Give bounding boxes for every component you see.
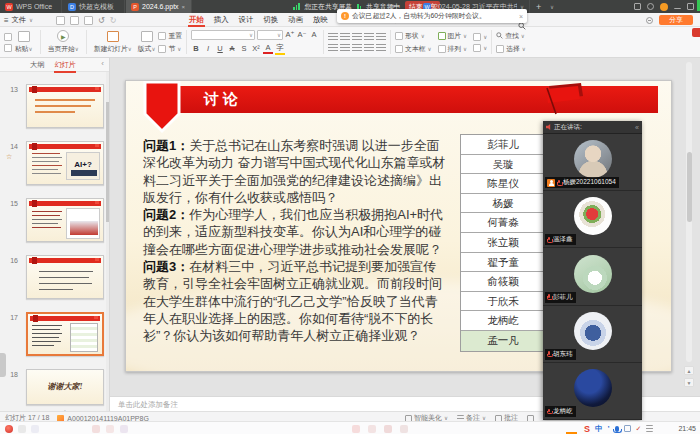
tab-template-doc[interactable]: D 快超克模板 (63, 0, 125, 13)
picture-button[interactable]: 图片∨ (438, 31, 468, 41)
participant-tile[interactable]: 胡东玮 (543, 306, 642, 363)
align-center-icon[interactable] (340, 44, 350, 52)
table-row[interactable]: 何菁淼 (461, 213, 545, 233)
collapse-panel-icon[interactable]: « (635, 124, 639, 131)
print-icon[interactable] (70, 16, 79, 25)
collapse-ribbon-icon[interactable] (646, 17, 653, 24)
superscript-button[interactable]: X² (251, 44, 261, 53)
select-button[interactable]: 选择∨ (496, 44, 526, 54)
taskbar-app-icon[interactable] (106, 425, 114, 433)
table-row[interactable]: 张立颖 (461, 233, 545, 253)
settings-gear-icon[interactable] (647, 3, 654, 10)
justify-icon[interactable] (364, 44, 374, 52)
font-size-select[interactable] (257, 30, 283, 40)
new-slide-button[interactable]: 新建幻灯片∨ (91, 31, 135, 54)
undo-icon[interactable]: ↺ (98, 16, 105, 25)
decrease-font-icon[interactable]: A⁻ (297, 30, 307, 39)
strikethrough-button[interactable]: A (227, 44, 237, 53)
news-widget-icon[interactable] (5, 425, 13, 433)
taskbar-app-icon[interactable] (120, 425, 128, 433)
tab-outline[interactable]: 大纲 (30, 60, 44, 70)
minimize-icon[interactable] (674, 5, 681, 9)
slide-thumbnail-16[interactable] (26, 255, 104, 299)
restore-layout-icon[interactable] (634, 3, 641, 10)
name-roster-table[interactable]: 彭菲儿 吴璇 陈星仪 杨媛 何菁淼 张立颖 翟予童 俞筱颖 于欣禾 龙柄屹 孟一… (460, 134, 546, 352)
language-mode-icon[interactable]: 中 (595, 424, 603, 434)
indent-decrease-icon[interactable] (352, 33, 362, 41)
increase-font-icon[interactable]: A⁺ (285, 30, 295, 39)
sogou-icon[interactable]: S (584, 424, 590, 434)
share-button[interactable]: 分享 (659, 15, 693, 25)
media-icon[interactable] (473, 44, 481, 52)
textbox-button[interactable]: 文本框∨ (395, 44, 431, 54)
panel-scrollbar[interactable] (106, 72, 109, 411)
redo-icon[interactable]: ↻ (110, 16, 117, 25)
copy-icon[interactable] (4, 44, 12, 52)
highlight-color-button[interactable]: 字 (275, 43, 285, 55)
save-icon[interactable] (56, 16, 65, 25)
tab-home[interactable]: 开始 (184, 13, 209, 27)
participant-tile[interactable]: 彭菲儿 (543, 248, 642, 305)
slide-title[interactable]: 讨论 (204, 90, 242, 109)
arrange-button[interactable]: 排列∨ (438, 44, 468, 54)
tab-slides[interactable]: 幻灯片 (54, 60, 76, 70)
slide-thumbnail-17-selected[interactable] (26, 312, 104, 356)
shadow-button[interactable]: S (239, 44, 249, 53)
underline-button[interactable]: U (215, 44, 225, 53)
punctuation-icon[interactable]: ’ (608, 424, 610, 433)
tab-design[interactable]: 设计 (234, 13, 259, 27)
tab-list-chevron[interactable]: ∨ (545, 0, 557, 13)
numbering-icon[interactable] (340, 33, 350, 41)
close-tab-icon[interactable]: × (182, 4, 186, 10)
slide-thumbnail-14[interactable]: AI+? (26, 141, 104, 185)
collapse-panel-icon[interactable]: ‹ (101, 59, 104, 68)
taskbar-app-icon[interactable] (400, 425, 408, 433)
clear-format-icon[interactable]: A (309, 30, 319, 39)
account-avatar[interactable] (660, 3, 668, 11)
font-name-select[interactable] (191, 30, 255, 40)
table-row[interactable]: 翟予童 (461, 253, 545, 273)
shapes-button[interactable]: 形状∨ (395, 31, 431, 41)
cut-icon[interactable] (4, 33, 12, 41)
taskbar-app-icon[interactable] (384, 425, 392, 433)
paste-button[interactable]: 粘贴∨ (12, 31, 36, 54)
participant-tile[interactable]: 温泽鑫 (543, 191, 642, 248)
taskbar-app-icon[interactable] (352, 425, 360, 433)
taskbar-app-icon[interactable] (368, 425, 376, 433)
italic-button[interactable]: I (203, 44, 213, 53)
font-color-button[interactable]: A (263, 43, 273, 54)
tab-current-pptx[interactable]: P 2024.6.pptx × (126, 0, 192, 13)
play-from-slide-button[interactable]: ▶ 当页开始∨ (45, 30, 82, 54)
taskbar-app-icon[interactable] (92, 425, 100, 433)
align-right-icon[interactable] (352, 44, 362, 52)
table-row-highlighted[interactable]: 孟一凡 (461, 331, 545, 351)
ime-panel-icon[interactable] (624, 425, 631, 432)
tab-slideshow[interactable]: 放映 (308, 13, 333, 27)
slide-thumbnail-18[interactable]: 谢谢大家! (26, 369, 104, 405)
tab-animations[interactable]: 动画 (283, 13, 308, 27)
keyboard-icon[interactable] (646, 425, 653, 432)
tab-wps-home[interactable]: W WPS Office (0, 0, 62, 13)
toast-close-icon[interactable]: × (519, 13, 523, 20)
table-row[interactable]: 吴璇 (461, 155, 545, 175)
section-button[interactable]: 节∨ (158, 44, 182, 54)
table-row[interactable]: 于欣禾 (461, 292, 545, 312)
canvas-scrollbar[interactable] (686, 62, 692, 362)
table-row[interactable]: 杨媛 (461, 194, 545, 214)
table-row[interactable]: 俞筱颖 (461, 272, 545, 292)
chart-icon[interactable] (473, 33, 481, 41)
slide-thumbnail-15[interactable] (26, 198, 104, 242)
bold-button[interactable]: B (191, 44, 201, 53)
file-menu[interactable]: ≡ 文件 ∨ (4, 13, 33, 27)
line-spacing-icon[interactable] (376, 33, 386, 41)
align-left-icon[interactable] (328, 44, 338, 52)
indent-increase-icon[interactable] (364, 33, 374, 41)
slide-thumbnail-13[interactable] (26, 84, 104, 128)
reset-button[interactable]: 重置 (158, 31, 182, 41)
table-row[interactable]: 陈星仪 (461, 174, 545, 194)
taskbar-app-icon[interactable] (31, 425, 39, 433)
tab-insert[interactable]: 插入 (209, 13, 234, 27)
table-row[interactable]: 彭菲儿 (461, 135, 545, 155)
table-row[interactable]: 龙柄屹 (461, 311, 545, 331)
meeting-panel-header[interactable]: 正在讲话: « (543, 121, 642, 134)
